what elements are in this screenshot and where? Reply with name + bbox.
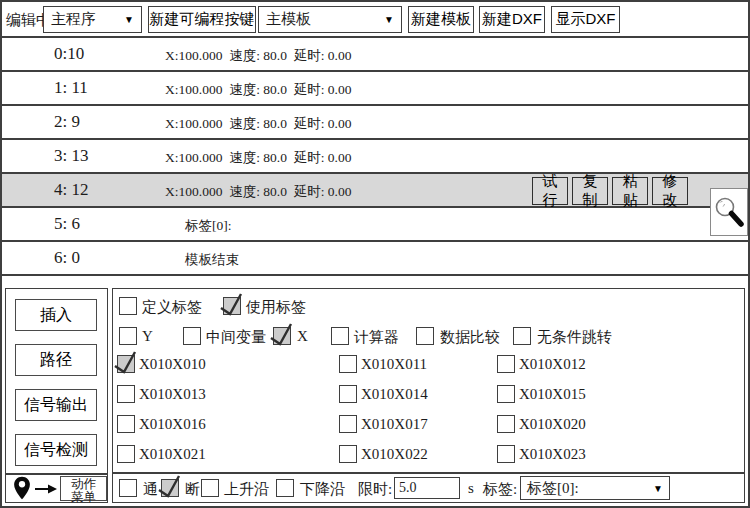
y-label: Y — [142, 328, 153, 345]
off-label: 断 — [185, 480, 200, 499]
new-dxf-button[interactable]: 新建DXF — [479, 6, 545, 33]
signal-checkbox-X010X014[interactable] — [339, 385, 357, 403]
location-pin-icon — [13, 476, 31, 500]
row-detail: X:100.000 速度: 80.0 延时: 0.00 — [165, 81, 351, 99]
signal-checkbox-X010X015[interactable] — [497, 385, 515, 403]
signal-label: X010X021 — [139, 446, 206, 463]
copy-button[interactable]: 复制 — [572, 177, 608, 205]
falling-edge-label: 下降沿 — [300, 480, 345, 499]
signal-label: X010X016 — [139, 416, 206, 433]
template-select[interactable]: 主模板 ▼ — [258, 6, 402, 33]
signal-label: X010X017 — [361, 416, 428, 433]
action-menu-line2: 菜单 — [61, 491, 106, 504]
action-menu-button[interactable]: 动作 菜单 — [60, 476, 107, 501]
zoom-button[interactable] — [710, 188, 748, 236]
row-detail: X:100.000 速度: 80.0 延时: 0.00 — [165, 47, 351, 65]
falling-edge-checkbox[interactable] — [276, 479, 294, 497]
signal-label: X010X014 — [361, 386, 428, 403]
action-menu-strip: 动作 菜单 — [5, 474, 108, 503]
y-checkbox[interactable] — [119, 327, 137, 345]
signal-label: X010X013 — [139, 386, 206, 403]
row-index: 1: 11 — [54, 78, 88, 98]
time-limit-input[interactable]: 5.0 — [394, 477, 460, 499]
time-limit-value: 5.0 — [399, 480, 417, 496]
program-row-2[interactable]: 2: 9 X:100.000 速度: 80.0 延时: 0.00 — [2, 106, 748, 140]
magnifier-icon — [713, 195, 745, 229]
try-run-button[interactable]: 试行 — [532, 177, 568, 205]
data-compare-checkbox[interactable] — [416, 327, 434, 345]
program-row-6[interactable]: 6: 0 模板结束 — [2, 242, 748, 276]
signal-output-button[interactable]: 信号输出 — [15, 389, 97, 421]
tag-select-value: 标签[0]: — [527, 479, 579, 498]
options-panel: 定义标签 使用标签 Y 中间变量 X 计算器 数据比较 无条件跳转 X010X0… — [112, 288, 745, 503]
use-label-checkbox[interactable] — [223, 297, 241, 315]
calculator-label: 计算器 — [354, 328, 399, 347]
time-unit-label: s — [468, 480, 474, 497]
signal-checkbox-X010X011[interactable] — [339, 355, 357, 373]
arrow-right-icon — [34, 481, 58, 497]
template-select-value: 主模板 — [266, 10, 311, 29]
row-index: 5: 6 — [54, 214, 80, 234]
path-button[interactable]: 路径 — [15, 344, 97, 376]
editor-window: 编辑中 主程序 ▼ 新建可编程按键 主模板 ▼ 新建模板 新建DXF 显示DXF… — [0, 0, 750, 508]
row-index: 2: 9 — [54, 112, 80, 132]
program-select[interactable]: 主程序 ▼ — [43, 6, 142, 33]
program-row-1[interactable]: 1: 11 X:100.000 速度: 80.0 延时: 0.00 — [2, 72, 748, 106]
signal-checkbox-X010X017[interactable] — [339, 415, 357, 433]
signal-checkbox-X010X013[interactable] — [117, 385, 135, 403]
uncond-jump-checkbox[interactable] — [513, 327, 531, 345]
row-detail: X:100.000 速度: 80.0 延时: 0.00 — [165, 183, 351, 201]
options-divider — [113, 472, 744, 474]
signal-label: X010X023 — [519, 446, 586, 463]
program-row-5[interactable]: 5: 6 标签[0]: — [2, 208, 748, 242]
calculator-checkbox[interactable] — [331, 327, 349, 345]
signal-checkbox-X010X020[interactable] — [497, 415, 515, 433]
new-programmable-key-button[interactable]: 新建可编程按键 — [148, 6, 256, 33]
new-template-button[interactable]: 新建模板 — [408, 6, 474, 33]
signal-checkbox-X010X010[interactable] — [117, 355, 135, 373]
modify-button[interactable]: 修改 — [652, 177, 688, 205]
paste-button[interactable]: 粘贴 — [612, 177, 648, 205]
x-label: X — [297, 328, 308, 345]
program-row-4-selected[interactable]: 4: 12 X:100.000 速度: 80.0 延时: 0.00 试行 复制 … — [2, 174, 748, 208]
off-checkbox[interactable] — [161, 479, 179, 497]
define-label-text: 定义标签 — [142, 298, 202, 317]
program-row-3[interactable]: 3: 13 X:100.000 速度: 80.0 延时: 0.00 — [2, 140, 748, 174]
define-label-checkbox[interactable] — [119, 297, 137, 315]
mid-var-label: 中间变量 — [206, 328, 266, 347]
tag-select[interactable]: 标签[0]: ▼ — [520, 476, 670, 500]
signal-checkbox-X010X022[interactable] — [339, 445, 357, 463]
row-detail: 标签[0]: — [185, 217, 232, 235]
row-index: 3: 13 — [54, 146, 88, 166]
use-label-text: 使用标签 — [246, 298, 306, 317]
row-detail: X:100.000 速度: 80.0 延时: 0.00 — [165, 149, 351, 167]
uncond-jump-label: 无条件跳转 — [537, 328, 612, 347]
signal-label: X010X020 — [519, 416, 586, 433]
signal-label: X010X011 — [361, 356, 427, 373]
row-index: 4: 12 — [54, 180, 88, 200]
row-index: 0:10 — [54, 44, 84, 64]
rising-edge-label: 上升沿 — [224, 480, 269, 499]
signal-checkbox-X010X023[interactable] — [497, 445, 515, 463]
mid-var-checkbox[interactable] — [183, 327, 201, 345]
program-select-value: 主程序 — [51, 10, 96, 29]
chevron-down-icon: ▼ — [124, 14, 134, 25]
signal-label: X010X022 — [361, 446, 428, 463]
signal-label: X010X015 — [519, 386, 586, 403]
on-label: 通 — [143, 480, 158, 499]
on-checkbox[interactable] — [119, 479, 137, 497]
insert-button[interactable]: 插入 — [15, 299, 97, 331]
row-detail: 模板结束 — [185, 251, 239, 269]
show-dxf-button[interactable]: 显示DXF — [551, 6, 620, 33]
x-checkbox[interactable] — [273, 327, 291, 345]
signal-checkbox-X010X012[interactable] — [497, 355, 515, 373]
row-detail: X:100.000 速度: 80.0 延时: 0.00 — [165, 115, 351, 133]
program-row-0[interactable]: 0:10 X:100.000 速度: 80.0 延时: 0.00 — [2, 38, 748, 72]
signal-label: X010X010 — [139, 356, 206, 373]
rising-edge-checkbox[interactable] — [201, 479, 219, 497]
signal-checkbox-X010X016[interactable] — [117, 415, 135, 433]
chevron-down-icon: ▼ — [384, 14, 394, 25]
signal-detect-button[interactable]: 信号检测 — [15, 434, 97, 466]
tag-label: 标签: — [483, 480, 517, 499]
signal-checkbox-X010X021[interactable] — [117, 445, 135, 463]
